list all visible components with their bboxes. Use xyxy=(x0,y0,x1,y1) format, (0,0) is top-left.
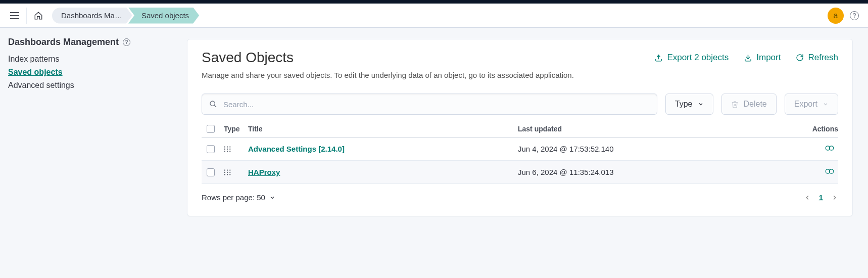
type-filter-button[interactable]: Type xyxy=(665,94,713,115)
sidebar-nav: Index patterns Saved objects Advanced se… xyxy=(8,55,164,90)
breadcrumb-label: Dashboards Ma… xyxy=(61,11,122,20)
home-button[interactable] xyxy=(30,7,47,24)
table-row: Advanced Settings [2.14.0] Jun 4, 2024 @… xyxy=(202,137,838,161)
type-index-pattern-icon xyxy=(224,169,248,176)
objects-table: Type Title Last updated Actions Advanced… xyxy=(202,121,838,184)
export-objects-button[interactable]: Export 2 objects xyxy=(654,53,729,63)
svg-point-11 xyxy=(227,148,228,149)
type-label: Type xyxy=(675,100,693,109)
svg-point-26 xyxy=(229,174,230,175)
page-number[interactable]: 1 xyxy=(819,193,823,202)
svg-point-20 xyxy=(229,169,230,170)
avatar-letter: a xyxy=(834,11,838,20)
select-all-checkbox[interactable] xyxy=(207,125,215,133)
svg-point-13 xyxy=(224,151,225,152)
rows-per-page-label: Rows per page: 50 xyxy=(202,193,265,202)
svg-point-9 xyxy=(229,146,230,147)
page-title: Saved Objects xyxy=(202,50,294,66)
svg-point-25 xyxy=(227,174,228,175)
svg-point-18 xyxy=(224,169,225,170)
relationships-button[interactable] xyxy=(825,144,834,153)
import-button[interactable]: Import xyxy=(744,53,781,63)
search-input[interactable] xyxy=(222,100,650,109)
import-icon xyxy=(744,54,752,62)
breadcrumb-label: Saved objects xyxy=(141,11,189,20)
svg-point-24 xyxy=(224,174,225,175)
delete-label: Delete xyxy=(744,100,767,109)
refresh-label: Refresh xyxy=(808,53,838,63)
help-icon[interactable]: ? xyxy=(123,38,130,46)
chevron-down-icon xyxy=(823,101,829,107)
table-header: Type Title Last updated Actions xyxy=(202,121,838,137)
sidebar-item-index-patterns[interactable]: Index patterns xyxy=(8,55,164,64)
header-actions: Actions xyxy=(788,125,838,133)
object-title-link[interactable]: HAProxy xyxy=(248,168,280,176)
sidebar-title: Dashboards Management ? xyxy=(8,37,164,48)
chevron-left-icon xyxy=(804,194,811,201)
svg-line-6 xyxy=(214,105,216,107)
search-box[interactable] xyxy=(202,94,657,115)
avatar[interactable]: a xyxy=(828,8,844,24)
chevron-down-icon xyxy=(269,195,275,201)
svg-point-23 xyxy=(229,171,230,172)
header-strip xyxy=(0,0,868,4)
breadcrumb-item-active[interactable]: Saved objects xyxy=(128,8,199,24)
svg-point-8 xyxy=(227,146,228,147)
chevron-right-icon xyxy=(831,194,838,201)
chevron-down-icon xyxy=(698,101,704,107)
svg-point-19 xyxy=(227,169,228,170)
export-selected-label: Export xyxy=(794,100,817,109)
import-label: Import xyxy=(756,53,781,63)
trash-icon xyxy=(731,101,739,108)
svg-point-21 xyxy=(224,171,225,172)
export-objects-label: Export 2 objects xyxy=(667,53,729,63)
sidebar-item-saved-objects[interactable]: Saved objects xyxy=(8,68,164,77)
last-updated-value: Jun 4, 2024 @ 17:53:52.140 xyxy=(518,145,788,153)
breadcrumbs: Dashboards Ma… Saved objects xyxy=(52,8,199,24)
svg-point-12 xyxy=(229,148,230,149)
menu-toggle-button[interactable] xyxy=(6,8,23,23)
divider xyxy=(26,8,27,24)
svg-point-5 xyxy=(210,101,215,106)
refresh-button[interactable]: Refresh xyxy=(796,53,838,63)
svg-point-15 xyxy=(229,151,230,152)
sidebar-title-text: Dashboards Management xyxy=(8,37,119,48)
row-checkbox[interactable] xyxy=(207,168,215,176)
prev-page-button[interactable] xyxy=(804,194,811,201)
header-title: Title xyxy=(248,125,518,133)
main-panel: Saved Objects Export 2 objects Import Re… xyxy=(187,39,853,216)
table-row: HAProxy Jun 6, 2024 @ 11:35:24.013 xyxy=(202,161,838,184)
sidebar: Dashboards Management ? Index patterns S… xyxy=(0,28,172,227)
last-updated-value: Jun 6, 2024 @ 11:35:24.013 xyxy=(518,168,788,176)
next-page-button[interactable] xyxy=(831,194,838,201)
svg-point-7 xyxy=(224,146,225,147)
refresh-icon xyxy=(796,54,804,62)
page-subtitle: Manage and share your saved objects. To … xyxy=(202,71,838,79)
row-checkbox[interactable] xyxy=(207,145,215,153)
relationships-button[interactable] xyxy=(825,167,834,176)
export-selected-button: Export xyxy=(785,94,838,115)
search-icon xyxy=(209,100,217,108)
object-title-link[interactable]: Advanced Settings [2.14.0] xyxy=(248,145,345,153)
svg-point-14 xyxy=(227,151,228,152)
rows-per-page-button[interactable]: Rows per page: 50 xyxy=(202,193,275,202)
top-bar: Dashboards Ma… Saved objects a ? xyxy=(0,4,868,28)
header-type: Type xyxy=(224,125,248,133)
header-last-updated: Last updated xyxy=(518,125,788,133)
svg-point-22 xyxy=(227,171,228,172)
breadcrumb-item[interactable]: Dashboards Ma… xyxy=(52,8,132,24)
help-button[interactable]: ? xyxy=(850,11,859,20)
sidebar-item-advanced-settings[interactable]: Advanced settings xyxy=(8,81,164,90)
svg-point-10 xyxy=(224,148,225,149)
delete-button: Delete xyxy=(721,94,777,115)
type-config-icon xyxy=(224,146,248,153)
export-icon xyxy=(654,54,663,62)
